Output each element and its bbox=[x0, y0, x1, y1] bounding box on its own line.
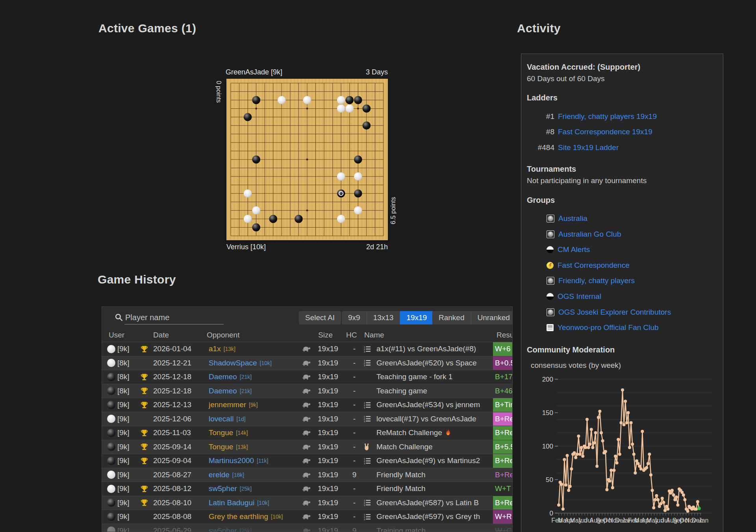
opponent-link[interactable]: erelde[18k] bbox=[209, 468, 244, 482]
table-row[interactable]: [9k] 2025-08-08 Grey the earthling[10k] … bbox=[102, 510, 512, 524]
select-ai-button[interactable]: Select AI bbox=[299, 311, 341, 324]
game-date: 2025-08-10 bbox=[153, 496, 191, 510]
table-row[interactable]: [8k] 2025-12-18 Daemeo[21k] 19x19 - Teac… bbox=[102, 384, 512, 399]
group-link[interactable]: OGS Joseki Explorer Contributors bbox=[558, 308, 671, 317]
game-result[interactable]: B+46 bbox=[493, 384, 513, 398]
opponent-link[interactable]: sw5pher[25k] bbox=[209, 524, 252, 532]
table-row[interactable]: [9k] 2025-09-04 Martinus2000[11k] 19x19 … bbox=[102, 454, 512, 468]
opponent-link[interactable]: ShadowSpace[10k] bbox=[209, 356, 272, 370]
table-row[interactable]: [9k] 2025-06-29 sw5pher[25k] 19x19 9 Tra… bbox=[102, 524, 512, 532]
opponent-link[interactable]: Grey the earthling[10k] bbox=[209, 510, 283, 524]
opponent-link[interactable]: lovecall[1d] bbox=[209, 412, 246, 426]
game-name-link[interactable]: GreenAsJade(#534) vs jennem bbox=[376, 398, 492, 412]
game-name-link[interactable]: GreenAsJade(#597) vs Grey th bbox=[376, 510, 492, 524]
handicap: - bbox=[349, 398, 359, 412]
game-result[interactable]: W+6 bbox=[493, 342, 513, 356]
game-result[interactable]: B+Tim bbox=[493, 398, 513, 412]
column-header-date[interactable]: Date bbox=[153, 328, 169, 342]
game-name-link[interactable]: Teaching game bbox=[376, 384, 492, 398]
game-result[interactable]: B+Re bbox=[493, 496, 513, 510]
ladder-link[interactable]: Friendly, chatty players 19x19 bbox=[558, 112, 657, 121]
game-name-link[interactable]: Friendly Match bbox=[376, 468, 492, 482]
game-name-link[interactable]: ReMatch Challenge bbox=[376, 426, 492, 440]
group-link[interactable]: OGS Internal bbox=[558, 292, 601, 301]
game-result[interactable]: B+0.5 bbox=[493, 356, 513, 370]
opponent-link[interactable]: sw5pher[25k] bbox=[209, 482, 252, 496]
handicap: - bbox=[349, 356, 359, 370]
opponent-link[interactable]: a1x[13k] bbox=[209, 342, 235, 356]
game-name-link[interactable]: Teaching game - fork 1 bbox=[376, 370, 492, 384]
group-link[interactable]: Friendly, chatty players bbox=[558, 276, 635, 285]
size-filter-13x13[interactable]: 13x13 bbox=[367, 311, 400, 324]
game-name-link[interactable]: Friendly Match bbox=[376, 482, 492, 496]
opponent-link[interactable]: Tongue[14k] bbox=[209, 426, 248, 440]
game-result[interactable]: B+5.5 bbox=[493, 440, 513, 454]
ranked-filter[interactable]: Ranked bbox=[432, 311, 471, 324]
game-result[interactable]: B+17 bbox=[493, 370, 513, 384]
game-result[interactable]: B+Re bbox=[493, 468, 513, 482]
game-result[interactable]: B+Re bbox=[493, 412, 513, 426]
game-result[interactable]: B+Re bbox=[493, 454, 513, 468]
board-size: 19x19 bbox=[318, 384, 338, 398]
opponent-link[interactable]: Martinus2000[11k] bbox=[209, 454, 268, 468]
table-row[interactable]: [9k] 2025-08-10 Latin Badugui[10k] 19x19… bbox=[102, 496, 512, 510]
column-header-name[interactable]: Name bbox=[364, 328, 384, 342]
table-row[interactable]: [9k] 2026-01-04 a1x[13k] 19x19 - 123 a1x… bbox=[102, 342, 512, 356]
correspondence-turtle-icon bbox=[302, 384, 311, 398]
game-result[interactable]: B+Re bbox=[493, 426, 513, 440]
table-row[interactable]: [9k] 2025-09-14 Tongue[13k] 19x19 - Matc… bbox=[102, 440, 512, 454]
opponent-link[interactable]: Daemeo[21k] bbox=[209, 384, 252, 398]
game-date: 2025-08-08 bbox=[153, 510, 191, 524]
game-name-link[interactable]: Match Challenge bbox=[376, 440, 492, 454]
correspondence-turtle-icon bbox=[302, 440, 311, 454]
game-name-link[interactable]: lovecall(#17) vs GreenAsJade bbox=[376, 412, 492, 426]
table-row[interactable]: [8k] 2025-12-18 Daemeo[21k] 19x19 - Teac… bbox=[102, 370, 512, 384]
group-link[interactable]: Australian Go Club bbox=[558, 230, 621, 239]
unranked-filter[interactable]: Unranked bbox=[471, 311, 513, 324]
game-name-link[interactable]: a1x(#11) vs GreenAsJade(#8) bbox=[376, 342, 492, 356]
group-link[interactable]: Australia bbox=[558, 214, 587, 223]
handicap: - bbox=[349, 412, 359, 426]
user-rank: [9k] bbox=[117, 482, 130, 496]
size-filter-9x9[interactable]: 9x9 bbox=[342, 311, 367, 324]
column-header-hc[interactable]: HC bbox=[346, 328, 357, 342]
game-result[interactable]: W+R bbox=[493, 510, 513, 524]
game-result[interactable]: W+T bbox=[493, 482, 513, 496]
game-type-icon: 123 bbox=[364, 356, 371, 370]
table-row[interactable]: [9k] 2025-12-13 jennemmer[9k] 19x19 - 12… bbox=[102, 398, 512, 412]
ladder-link[interactable]: Site 19x19 Ladder bbox=[558, 143, 619, 152]
player-color-stone-icon bbox=[107, 412, 115, 426]
game-name-link[interactable]: Training match bbox=[376, 524, 492, 532]
column-header-user[interactable]: User bbox=[109, 328, 124, 342]
game-date: 2025-12-18 bbox=[153, 370, 191, 384]
game-name-link[interactable]: GreenAsJade(#587) vs Latin B bbox=[376, 496, 492, 510]
column-header-size[interactable]: Size bbox=[318, 328, 333, 342]
opponent-link[interactable]: jennemmer[9k] bbox=[209, 398, 258, 412]
board-size-filter-group: 9x913x1319x19 bbox=[342, 311, 433, 324]
player-name-search-input[interactable] bbox=[124, 311, 224, 324]
table-row[interactable]: [9k] 2025-12-06 lovecall[1d] 19x19 - 123… bbox=[102, 412, 512, 426]
group-link[interactable]: Yeonwoo-pro Official Fan Club bbox=[558, 323, 659, 332]
board-right-points-label: 6.5 points bbox=[390, 197, 397, 224]
size-filter-19x19[interactable]: 19x19 bbox=[400, 311, 433, 324]
go-board[interactable] bbox=[226, 79, 388, 240]
game-name-link[interactable]: GreenAsJade(#9) vs Martinus2 bbox=[376, 454, 492, 468]
opponent-link[interactable]: Latin Badugui[10k] bbox=[209, 496, 269, 510]
opponent-rank: [9k] bbox=[249, 402, 258, 408]
opponent-link[interactable]: Tongue[13k] bbox=[209, 440, 248, 454]
ladder-link[interactable]: Fast Correspondence 19x19 bbox=[558, 128, 652, 136]
table-row[interactable]: [8k] 2025-12-21 ShadowSpace[10k] 19x19 -… bbox=[102, 356, 512, 371]
opponent-rank: [25k] bbox=[240, 528, 252, 532]
player-color-stone-icon bbox=[107, 440, 115, 454]
table-row[interactable]: [9k] 2025-08-12 sw5pher[25k] 19x19 - Fri… bbox=[102, 482, 512, 496]
group-link[interactable]: CM Alerts bbox=[558, 245, 590, 254]
column-header-opponent[interactable]: Opponent bbox=[207, 328, 239, 342]
column-header-result[interactable]: Result bbox=[497, 328, 513, 342]
group-link[interactable]: Fast Correspondence bbox=[558, 261, 630, 270]
table-row[interactable]: [9k] 2025-08-27 erelde[18k] 19x19 9 Frie… bbox=[102, 468, 512, 482]
game-result[interactable]: W+C bbox=[493, 524, 513, 532]
game-name-link[interactable]: GreenAsJade(#520) vs Space bbox=[376, 356, 492, 370]
table-row[interactable]: [9k] 2025-11-03 Tongue[14k] 19x19 - ReMa… bbox=[102, 426, 512, 440]
opponent-link[interactable]: Daemeo[21k] bbox=[209, 370, 252, 384]
board-size: 19x19 bbox=[318, 440, 338, 454]
